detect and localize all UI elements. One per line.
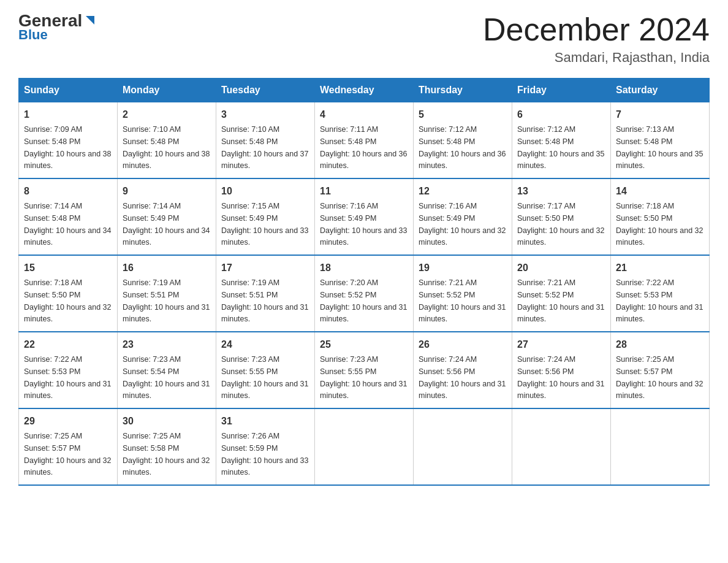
calendar-cell: 26 Sunrise: 7:24 AMSunset: 5:56 PMDaylig… <box>414 332 512 408</box>
calendar-week-row: 22 Sunrise: 7:22 AMSunset: 5:53 PMDaylig… <box>19 332 710 408</box>
calendar-week-row: 1 Sunrise: 7:09 AMSunset: 5:48 PMDayligh… <box>19 102 710 179</box>
calendar-week-row: 8 Sunrise: 7:14 AMSunset: 5:48 PMDayligh… <box>19 178 710 255</box>
day-number: 1 <box>24 107 112 122</box>
day-number: 24 <box>221 337 309 352</box>
day-info: Sunrise: 7:26 AMSunset: 5:59 PMDaylight:… <box>221 432 308 477</box>
day-info: Sunrise: 7:25 AMSunset: 5:57 PMDaylight:… <box>616 355 703 400</box>
day-info: Sunrise: 7:24 AMSunset: 5:56 PMDaylight:… <box>517 355 604 400</box>
day-number: 10 <box>221 184 309 199</box>
col-thursday: Thursday <box>414 79 512 102</box>
calendar-cell: 2 Sunrise: 7:10 AMSunset: 5:48 PMDayligh… <box>118 102 216 179</box>
day-info: Sunrise: 7:24 AMSunset: 5:56 PMDaylight:… <box>419 355 506 400</box>
day-info: Sunrise: 7:12 AMSunset: 5:48 PMDaylight:… <box>517 125 604 170</box>
calendar-cell: 29 Sunrise: 7:25 AMSunset: 5:57 PMDaylig… <box>19 408 118 485</box>
day-number: 14 <box>616 184 704 199</box>
calendar-cell: 15 Sunrise: 7:18 AMSunset: 5:50 PMDaylig… <box>19 255 118 332</box>
day-info: Sunrise: 7:10 AMSunset: 5:48 PMDaylight:… <box>123 125 210 170</box>
day-number: 12 <box>419 184 507 199</box>
day-number: 5 <box>419 107 507 122</box>
day-number: 28 <box>616 337 704 352</box>
day-info: Sunrise: 7:21 AMSunset: 5:52 PMDaylight:… <box>419 278 506 323</box>
day-number: 20 <box>517 261 605 275</box>
day-number: 25 <box>320 337 408 352</box>
day-number: 9 <box>123 184 211 199</box>
day-number: 31 <box>221 414 309 429</box>
day-number: 17 <box>221 261 309 275</box>
day-info: Sunrise: 7:23 AMSunset: 5:55 PMDaylight:… <box>221 355 308 400</box>
day-number: 4 <box>320 107 408 122</box>
day-number: 15 <box>24 261 112 275</box>
day-number: 21 <box>616 261 704 275</box>
day-number: 16 <box>123 261 211 275</box>
col-saturday: Saturday <box>611 79 710 102</box>
day-number: 6 <box>517 107 605 122</box>
calendar-cell: 5 Sunrise: 7:12 AMSunset: 5:48 PMDayligh… <box>414 102 512 179</box>
calendar-cell: 11 Sunrise: 7:16 AMSunset: 5:49 PMDaylig… <box>315 178 414 255</box>
calendar-cell: 16 Sunrise: 7:19 AMSunset: 5:51 PMDaylig… <box>118 255 216 332</box>
day-info: Sunrise: 7:13 AMSunset: 5:48 PMDaylight:… <box>616 125 703 170</box>
day-number: 3 <box>221 107 309 122</box>
day-info: Sunrise: 7:10 AMSunset: 5:48 PMDaylight:… <box>221 125 308 170</box>
logo-blue: Blue <box>18 27 48 43</box>
day-info: Sunrise: 7:20 AMSunset: 5:52 PMDaylight:… <box>320 278 407 323</box>
calendar-cell: 23 Sunrise: 7:23 AMSunset: 5:54 PMDaylig… <box>118 332 216 408</box>
day-info: Sunrise: 7:18 AMSunset: 5:50 PMDaylight:… <box>24 278 111 323</box>
day-number: 30 <box>123 414 211 429</box>
day-info: Sunrise: 7:19 AMSunset: 5:51 PMDaylight:… <box>123 278 210 323</box>
calendar-cell <box>315 408 414 485</box>
calendar-cell: 24 Sunrise: 7:23 AMSunset: 5:55 PMDaylig… <box>216 332 315 408</box>
calendar-cell: 12 Sunrise: 7:16 AMSunset: 5:49 PMDaylig… <box>414 178 512 255</box>
day-number: 19 <box>419 261 507 275</box>
day-info: Sunrise: 7:17 AMSunset: 5:50 PMDaylight:… <box>517 202 604 247</box>
calendar-cell: 3 Sunrise: 7:10 AMSunset: 5:48 PMDayligh… <box>216 102 315 179</box>
day-info: Sunrise: 7:23 AMSunset: 5:55 PMDaylight:… <box>320 355 407 400</box>
calendar-table: Sunday Monday Tuesday Wednesday Thursday… <box>18 78 710 486</box>
day-info: Sunrise: 7:22 AMSunset: 5:53 PMDaylight:… <box>616 278 703 323</box>
day-info: Sunrise: 7:14 AMSunset: 5:49 PMDaylight:… <box>123 202 210 247</box>
calendar-cell: 22 Sunrise: 7:22 AMSunset: 5:53 PMDaylig… <box>19 332 118 408</box>
calendar-cell: 1 Sunrise: 7:09 AMSunset: 5:48 PMDayligh… <box>19 102 118 179</box>
col-tuesday: Tuesday <box>216 79 315 102</box>
day-number: 11 <box>320 184 408 199</box>
day-info: Sunrise: 7:25 AMSunset: 5:58 PMDaylight:… <box>123 432 210 477</box>
col-friday: Friday <box>512 79 611 102</box>
calendar-cell: 9 Sunrise: 7:14 AMSunset: 5:49 PMDayligh… <box>118 178 216 255</box>
logo: General Blue <box>18 12 97 43</box>
calendar-cell: 30 Sunrise: 7:25 AMSunset: 5:58 PMDaylig… <box>118 408 216 485</box>
col-sunday: Sunday <box>19 79 118 102</box>
calendar-header-row: Sunday Monday Tuesday Wednesday Thursday… <box>19 79 710 102</box>
calendar-cell <box>414 408 512 485</box>
col-wednesday: Wednesday <box>315 79 414 102</box>
calendar-cell: 21 Sunrise: 7:22 AMSunset: 5:53 PMDaylig… <box>611 255 710 332</box>
calendar-cell <box>512 408 611 485</box>
day-info: Sunrise: 7:11 AMSunset: 5:48 PMDaylight:… <box>320 125 407 170</box>
day-info: Sunrise: 7:09 AMSunset: 5:48 PMDaylight:… <box>24 125 111 170</box>
svg-marker-0 <box>86 16 94 25</box>
calendar-cell: 10 Sunrise: 7:15 AMSunset: 5:49 PMDaylig… <box>216 178 315 255</box>
calendar-week-row: 29 Sunrise: 7:25 AMSunset: 5:57 PMDaylig… <box>19 408 710 485</box>
day-info: Sunrise: 7:23 AMSunset: 5:54 PMDaylight:… <box>123 355 210 400</box>
day-number: 18 <box>320 261 408 275</box>
calendar-cell <box>611 408 710 485</box>
calendar-cell: 19 Sunrise: 7:21 AMSunset: 5:52 PMDaylig… <box>414 255 512 332</box>
calendar-week-row: 15 Sunrise: 7:18 AMSunset: 5:50 PMDaylig… <box>19 255 710 332</box>
day-info: Sunrise: 7:12 AMSunset: 5:48 PMDaylight:… <box>419 125 506 170</box>
day-number: 27 <box>517 337 605 352</box>
day-info: Sunrise: 7:18 AMSunset: 5:50 PMDaylight:… <box>616 202 703 247</box>
title-block: December 2024 Samdari, Rajasthan, India <box>483 12 710 66</box>
day-number: 2 <box>123 107 211 122</box>
calendar-cell: 4 Sunrise: 7:11 AMSunset: 5:48 PMDayligh… <box>315 102 414 179</box>
day-number: 13 <box>517 184 605 199</box>
day-info: Sunrise: 7:14 AMSunset: 5:48 PMDaylight:… <box>24 202 111 247</box>
day-number: 26 <box>419 337 507 352</box>
day-info: Sunrise: 7:15 AMSunset: 5:49 PMDaylight:… <box>221 202 308 247</box>
calendar-cell: 6 Sunrise: 7:12 AMSunset: 5:48 PMDayligh… <box>512 102 611 179</box>
calendar-cell: 20 Sunrise: 7:21 AMSunset: 5:52 PMDaylig… <box>512 255 611 332</box>
calendar-cell: 8 Sunrise: 7:14 AMSunset: 5:48 PMDayligh… <box>19 178 118 255</box>
calendar-cell: 31 Sunrise: 7:26 AMSunset: 5:59 PMDaylig… <box>216 408 315 485</box>
calendar-cell: 25 Sunrise: 7:23 AMSunset: 5:55 PMDaylig… <box>315 332 414 408</box>
calendar-cell: 13 Sunrise: 7:17 AMSunset: 5:50 PMDaylig… <box>512 178 611 255</box>
day-number: 23 <box>123 337 211 352</box>
month-title: December 2024 <box>483 12 710 47</box>
day-info: Sunrise: 7:19 AMSunset: 5:51 PMDaylight:… <box>221 278 308 323</box>
